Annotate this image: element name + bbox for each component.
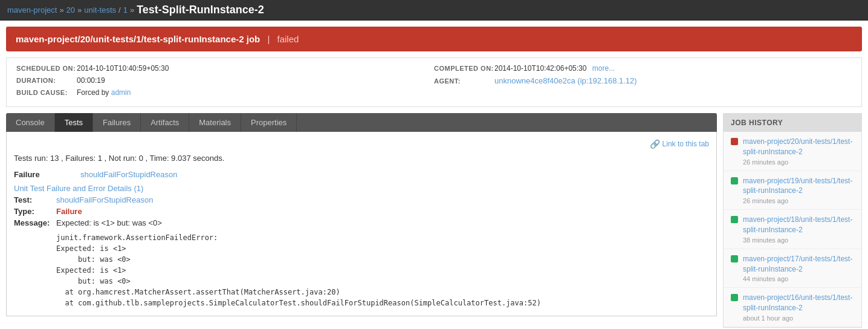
history-item-time: 44 minutes ago [743,275,854,282]
agent-row: AGENT: unknowne4ce8f40e2ca (ip:192.168.1… [434,76,852,85]
scheduled-label: SCHEDULED ON: [16,65,77,72]
unit-test-failure-header: Unit Test Failure and Error Details (1) [14,184,709,193]
history-item[interactable]: maven-project/17/unit-tests/1/test-split… [724,249,861,288]
history-status-passed-icon [731,177,738,184]
history-item-time: 26 minutes ago [743,197,854,204]
failure-label: Failure [14,170,56,179]
build-cause-value: Forced by admin [77,88,131,97]
history-status-passed-icon [731,255,738,262]
build-cause-label: BUILD CAUSE: [16,89,77,96]
history-item-time: 38 minutes ago [743,236,854,244]
tabs: Console Tests Failures Artifacts Materia… [6,113,717,132]
job-title: maven-project/20/unit-tests/1/test-split… [16,34,852,44]
history-status-failed-icon [731,138,738,145]
failure-row: Failure shouldFailForStupidReason [14,170,709,179]
history-item-link[interactable]: maven-project/16/unit-tests/1/test-split… [743,293,854,313]
test-row: Test: shouldFailForStupidReason [14,195,709,204]
link-icon: 🔗 [650,139,660,149]
left-panel: Console Tests Failures Artifacts Materia… [6,113,717,328]
history-item-text: maven-project/16/unit-tests/1/test-split… [743,293,854,322]
tab-tests[interactable]: Tests [55,113,93,132]
job-header: maven-project/20/unit-tests/1/test-split… [6,27,862,51]
type-value: Failure [56,207,82,216]
agent-label: AGENT: [434,77,494,85]
job-meta-right: COMPLETED ON: 2014-10-10T10:42:06+05:30 … [434,64,852,100]
tab-artifacts[interactable]: Artifacts [141,113,189,132]
right-panel: JOB HISTORY maven-project/20/unit-tests/… [723,113,862,328]
history-item-link[interactable]: maven-project/20/unit-tests/1/test-split… [743,137,854,157]
breadcrumb-sep4: » [130,5,134,15]
job-meta-left: SCHEDULED ON: 2014-10-10T10:40:59+05:30 … [16,64,434,100]
type-label: Type: [14,207,56,216]
job-history: JOB HISTORY maven-project/20/unit-tests/… [723,113,862,328]
completed-row: COMPLETED ON: 2014-10-10T10:42:06+05:30 … [434,64,852,73]
build-cause-row: BUILD CAUSE: Forced by admin [16,88,434,97]
message-value: Expected: is <1> but: was <0> [56,218,162,227]
completed-label: COMPLETED ON: [434,65,494,72]
stacktrace: junit.framework.AssertionFailedError: Ex… [56,232,709,308]
breadcrumb-project[interactable]: maven-project [7,5,57,15]
history-item-link[interactable]: maven-project/18/unit-tests/1/test-split… [743,215,854,235]
history-status-passed-icon [731,216,738,223]
breadcrumb-build[interactable]: 20 [66,5,75,15]
failure-name-link[interactable]: shouldFailForStupidReason [80,170,177,179]
history-item-time: 26 minutes ago [743,158,854,166]
job-status-badge: failed [277,34,299,44]
completed-value: 2014-10-10T10:42:06+05:30 more... [494,64,615,73]
history-item-time: about 1 hour ago [743,314,854,322]
tab-failures[interactable]: Failures [93,113,141,132]
link-to-tab-label: Link to this tab [662,140,709,148]
job-separator: | [267,34,270,44]
history-item-text: maven-project/19/unit-tests/1/test-split… [743,176,854,205]
duration-row: DURATION: 00:00:19 [16,76,434,85]
job-meta: SCHEDULED ON: 2014-10-10T10:40:59+05:30 … [6,57,862,107]
history-item-link[interactable]: maven-project/19/unit-tests/1/test-split… [743,176,854,197]
history-item-text: maven-project/17/unit-tests/1/test-split… [743,254,854,283]
breadcrumb-stage-num[interactable]: 1 [123,5,128,15]
test-label: Test: [14,195,56,204]
history-item[interactable]: maven-project/18/unit-tests/1/test-split… [724,210,861,249]
type-row: Type: Failure [14,207,709,216]
breadcrumb-sep2: » [77,5,82,15]
message-row: Message: Expected: is <1> but: was <0> [14,218,709,227]
breadcrumb-current: Test-Split-RunInstance-2 [137,4,264,16]
scheduled-value: 2014-10-10T10:40:59+05:30 [77,64,169,73]
completed-time: 2014-10-10T10:42:06+05:30 [494,64,586,73]
history-status-passed-icon [731,294,738,301]
breadcrumb-sep3: / [118,5,121,15]
tests-summary: Tests run: 13 , Failures: 1 , Not run: 0… [14,154,709,163]
job-title-text: maven-project/20/unit-tests/1/test-split… [16,34,260,44]
build-cause-link[interactable]: admin [111,88,131,97]
tab-content: 🔗 Link to this tab Tests run: 13 , Failu… [6,132,717,316]
agent-link[interactable]: unknowne4ce8f40e2ca (ip:192.168.1.12) [494,76,637,85]
tab-materials[interactable]: Materials [189,113,241,132]
breadcrumb: maven-project » 20 » unit-tests / 1 » Te… [7,4,861,16]
history-item-text: maven-project/20/unit-tests/1/test-split… [743,137,854,166]
history-item[interactable]: maven-project/20/unit-tests/1/test-split… [724,132,861,171]
test-value: shouldFailForStupidReason [56,195,153,204]
breadcrumb-sep1: » [59,5,63,15]
build-cause-text: Forced by [77,88,111,97]
duration-label: DURATION: [16,77,77,84]
main-content: Console Tests Failures Artifacts Materia… [6,113,862,328]
top-bar: maven-project » 20 » unit-tests / 1 » Te… [0,0,868,21]
history-item[interactable]: maven-project/16/unit-tests/1/test-split… [724,288,861,327]
message-label: Message: [14,218,56,227]
completed-more-link[interactable]: more... [592,64,615,73]
breadcrumb-stage[interactable]: unit-tests [84,5,116,15]
tab-properties[interactable]: Properties [241,113,297,132]
history-item-link[interactable]: maven-project/17/unit-tests/1/test-split… [743,254,854,275]
history-item[interactable]: maven-project/19/unit-tests/1/test-split… [724,171,861,210]
duration-value: 00:00:19 [77,76,105,85]
history-item-text: maven-project/18/unit-tests/1/test-split… [743,215,854,244]
link-to-tab-area[interactable]: 🔗 Link to this tab [14,139,709,149]
scheduled-row: SCHEDULED ON: 2014-10-10T10:40:59+05:30 [16,64,434,73]
tab-console[interactable]: Console [6,113,55,132]
job-history-header: JOB HISTORY [724,114,861,132]
